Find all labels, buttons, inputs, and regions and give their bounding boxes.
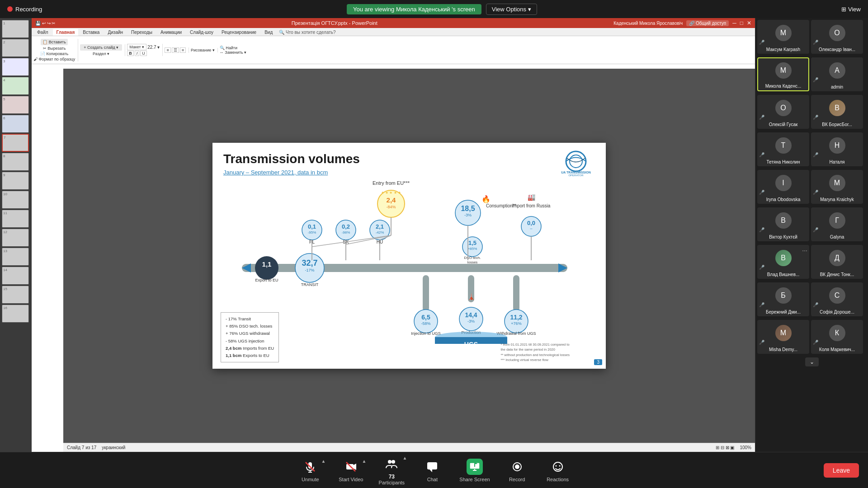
participant-card-natalya[interactable]: Н 🎤 Наталя — [811, 132, 863, 166]
participant-card-iryna[interactable]: І 🎤 Iryna Obodovska — [757, 170, 809, 204]
participant-card-vk-denis[interactable]: Д ВК Денис Тонк... — [811, 245, 863, 279]
participants-item[interactable]: 73 Participants ▲ — [378, 455, 405, 485]
slide-thumb-7[interactable]: 7 — [2, 134, 29, 152]
unmute-item[interactable]: Unmute ▲ — [297, 459, 324, 482]
video-caret[interactable]: ▲ — [362, 459, 366, 464]
tab-transitions[interactable]: Переходы — [127, 29, 156, 36]
slide-thumb-16[interactable]: 16 — [2, 305, 29, 323]
tab-design[interactable]: Дизайн — [104, 29, 127, 36]
slide-thumb-14[interactable]: 14 — [2, 267, 29, 285]
slide-thumb-9[interactable]: 9 — [2, 172, 29, 190]
slide-thumb-8[interactable]: 8 — [2, 153, 29, 171]
svg-marker-81 — [354, 464, 356, 470]
search-box[interactable]: 🔍 Что вы хотите сделать? — [279, 30, 335, 35]
align-left-btn[interactable]: ≡ — [165, 47, 170, 53]
view-button[interactable]: ⊞ View — [841, 6, 861, 13]
view-options-button[interactable]: View Options ▾ — [486, 4, 537, 15]
shapes-btn[interactable]: Рисование ▾ — [191, 48, 215, 52]
tab-home[interactable]: Главная — [53, 29, 79, 36]
copy-btn[interactable]: 📄 Копировать — [40, 52, 68, 56]
slide-thumb-12[interactable]: 12 — [2, 229, 29, 247]
align-right-btn[interactable]: ≡ — [180, 47, 186, 53]
reactions-item[interactable]: Reactions — [544, 459, 571, 482]
recording-indicator: Recording — [7, 6, 42, 13]
participant-card-tetyana[interactable]: Т 🎤 Тетяна Николин — [757, 132, 809, 166]
section-btn[interactable]: Раздел ▾ — [93, 52, 109, 56]
svg-text:2,1: 2,1 — [376, 223, 384, 230]
minimize-icon[interactable]: ─ — [732, 20, 736, 26]
replace-btn[interactable]: ↔ Заменить ▾ — [220, 50, 246, 55]
avatar-natalya: Н — [829, 137, 845, 154]
ppt-statusbar: Слайд 7 из 17 украинский ⊞ ⊟ ⊠ ▣ 100% — [63, 443, 755, 452]
slide-thumb-1[interactable]: 1 — [2, 20, 29, 38]
tab-file[interactable]: Файл — [33, 29, 52, 36]
participant-card-vlad[interactable]: В 🎤 ··· Влад Вишнев... — [757, 245, 809, 279]
paste-btn[interactable]: 📋 Вставить — [41, 39, 68, 45]
draw-group: Рисование ▾ — [191, 48, 218, 52]
svg-text:-3%: -3% — [467, 319, 475, 324]
underline-btn[interactable]: U — [140, 51, 147, 56]
record-item[interactable]: Record — [504, 459, 531, 482]
align-center-btn[interactable]: ☰ — [172, 47, 179, 53]
avatar-viktor: В — [775, 212, 792, 229]
slide-thumb-6[interactable]: 6 — [2, 115, 29, 133]
chat-item[interactable]: Chat — [419, 459, 446, 482]
svg-text:-3%: -3% — [464, 213, 472, 217]
maximize-icon[interactable]: □ — [740, 20, 743, 26]
participant-card-oleksandr[interactable]: О 🎤 Олександр Іван... — [811, 20, 863, 54]
tab-view[interactable]: Вид — [261, 29, 276, 36]
scroll-down-button[interactable]: ⌄ — [805, 357, 819, 366]
participant-card-mykola[interactable]: М Микола Каденс... — [757, 57, 809, 91]
slide-thumb-3[interactable]: 3 — [2, 58, 29, 76]
tab-slideshow[interactable]: Слайд-шоу — [186, 29, 217, 36]
bold-btn[interactable]: B — [127, 51, 134, 56]
participant-card-kolya[interactable]: К 🎤 Коля Маркевич... — [811, 320, 863, 354]
share-screen-item[interactable]: Share Screen — [459, 459, 490, 482]
cut-btn[interactable]: ✂ Вырезать — [43, 46, 66, 51]
view-controls[interactable]: ⊞ ⊟ ⊠ ▣ — [716, 445, 734, 450]
participants-icon — [383, 455, 400, 472]
svg-text:-98%: -98% — [342, 230, 350, 235]
participant-card-bk-boris[interactable]: В 🎤 ВК БорисБог... — [811, 95, 863, 129]
participants-caret[interactable]: ▲ — [402, 455, 407, 460]
format-painter-btn[interactable]: 🖌 Формат по образцу — [33, 57, 75, 61]
slide-thumb-4[interactable]: 4 — [2, 77, 29, 95]
participant-card-sophia[interactable]: С 🎤 Софія Дороше... — [811, 282, 863, 316]
participant-card-oleksiy[interactable]: О 🎤 Олексій Гусак — [757, 95, 809, 129]
slide-thumb-10[interactable]: 10 — [2, 191, 29, 209]
participant-name-maryna: Maryna Kraichyk — [811, 197, 863, 202]
participant-card-maksym[interactable]: М 🎤 Максум Karpash — [757, 20, 809, 54]
slide-thumb-11[interactable]: 11 — [2, 210, 29, 228]
close-icon[interactable]: ✕ — [747, 20, 751, 26]
participant-card-berezhniy[interactable]: Б 🎤 Бережний Дми... — [757, 282, 809, 316]
slide-thumb-5[interactable]: 5 — [2, 96, 29, 114]
chat-icon — [424, 459, 440, 475]
participant-card-viktor[interactable]: В 🎤 Віктор Кухтєй — [757, 207, 809, 241]
participant-card-admin[interactable]: A 🎤 admin — [811, 57, 863, 91]
new-slide-btn[interactable]: + Создать слайд ▾ — [80, 44, 122, 51]
participant-row-8: Б 🎤 Бережний Дми... С 🎤 Софія Дороше... — [755, 281, 868, 318]
font-selector[interactable]: Макет ▾ — [127, 44, 146, 50]
slide-thumb-2[interactable]: 2 — [2, 39, 29, 57]
slide-thumb-13[interactable]: 13 — [2, 248, 29, 266]
record-icon — [509, 459, 525, 475]
italic-btn[interactable]: I — [135, 51, 140, 56]
ppt-share-btn[interactable]: 🔗 Общий доступ — [686, 20, 729, 26]
svg-point-95 — [555, 465, 557, 466]
find-btn[interactable]: 🔍 Найти — [220, 46, 246, 50]
participant-row-9: М 🎤 Misha Demy... К 🎤 Коля Маркевич... — [755, 318, 868, 356]
tab-animations[interactable]: Анимации — [157, 29, 185, 36]
start-video-item[interactable]: Start Video ▲ — [337, 459, 364, 482]
font-size[interactable]: 22.7 ▾ — [147, 45, 160, 50]
participant-card-misha[interactable]: М 🎤 Misha Demy... — [757, 320, 809, 354]
legend-line-6: 1,1 bcm Exports to EU — [226, 352, 274, 359]
participant-card-galyna[interactable]: Г 🎤 Galyna — [811, 207, 863, 241]
unmute-caret[interactable]: ▲ — [321, 459, 326, 464]
tab-review[interactable]: Рецензирование — [218, 29, 260, 36]
leave-button[interactable]: Leave — [824, 463, 859, 478]
slide-thumb-15[interactable]: 15 — [2, 286, 29, 304]
legend-box: - 17% Transit + 85% DSO tech. losses + 7… — [221, 312, 279, 362]
more-options-btn[interactable]: ··· — [802, 247, 807, 254]
tab-insert[interactable]: Вставка — [79, 29, 103, 36]
participant-card-maryna[interactable]: М 🎤 Maryna Kraichyk — [811, 170, 863, 204]
